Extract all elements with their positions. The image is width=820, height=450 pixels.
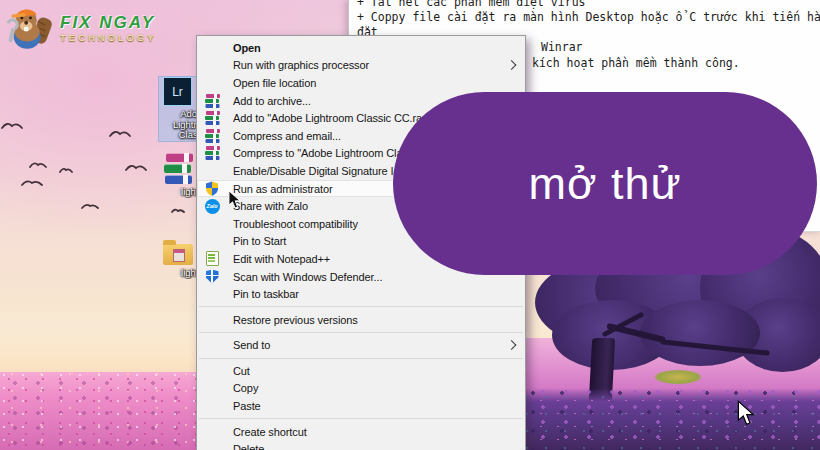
logo-title: FIX NGAY — [60, 14, 157, 31]
menu-item-label: Create shortcut — [233, 426, 307, 438]
document-line: Winrar — [541, 40, 583, 54]
menu-item-delete[interactable]: Delete — [197, 440, 525, 450]
annotation-badge-label: mở thử — [528, 158, 681, 210]
tree-canopy — [640, 300, 760, 366]
menu-item-label: Run as administrator — [233, 183, 333, 195]
menu-item-label: Delete — [233, 443, 264, 450]
winrar-icon — [205, 111, 219, 125]
fixngay-logo: FIX NGAY TECHNOLOGY — [5, 2, 157, 54]
logo-subtitle: TECHNOLOGY — [60, 33, 157, 43]
defender-icon — [206, 270, 219, 284]
document-line: + Coppy file cài đặt ra màn hình Desktop… — [357, 10, 820, 24]
winrar-icon — [205, 94, 219, 108]
menu-separator — [199, 358, 523, 359]
notepadpp-icon — [206, 251, 219, 266]
menu-item-label: Copy — [233, 382, 258, 394]
menu-item-label: Run with graphics processor — [233, 59, 369, 71]
uac-shield-icon — [205, 181, 219, 196]
menu-item-open-file-location[interactable]: Open file location — [197, 74, 525, 92]
menu-item-restore-previous-versions[interactable]: Restore previous versions — [197, 311, 525, 329]
menu-item-paste[interactable]: Paste — [197, 397, 525, 415]
menu-item-label: Scan with Windows Defender... — [233, 271, 382, 283]
submenu-arrow-icon — [507, 340, 517, 350]
menu-item-label: Add to "Adobe Lightroom Classic CC.rar" — [233, 112, 430, 124]
menu-item-label: Cut — [233, 365, 250, 377]
winrar-icon — [205, 129, 219, 143]
winrar-archive-icon — [164, 150, 191, 184]
menu-item-label: Paste — [233, 400, 261, 412]
menu-item-label: Share with Zalo — [233, 200, 308, 212]
menu-item-create-shortcut[interactable]: Create shortcut — [197, 423, 525, 441]
annotation-badge: mở thử — [393, 92, 817, 275]
menu-separator — [199, 306, 523, 307]
menu-item-run-with-graphics-processor[interactable]: Run with graphics processor — [197, 57, 525, 75]
menu-item-send-to[interactable]: Send to — [197, 337, 525, 355]
menu-item-label: Compress and email... — [233, 130, 341, 142]
menu-item-open[interactable]: Open — [197, 39, 525, 57]
menu-item-label: Enable/Disable Digital Signature Icons — [233, 165, 416, 177]
mouse-cursor-icon — [737, 400, 756, 427]
menu-item-label: Edit with Notepad++ — [233, 253, 330, 265]
menu-item-copy[interactable]: Copy — [197, 380, 525, 398]
menu-item-label: Open — [233, 42, 261, 54]
menu-item-label: Open file location — [233, 77, 316, 89]
lightroom-app-icon: Lr — [163, 77, 192, 106]
menu-item-label: Pin to Start — [233, 235, 286, 247]
beaver-mascot-icon — [5, 2, 57, 54]
menu-item-label: Send to — [233, 339, 270, 351]
menu-item-label: Pin to taskbar — [233, 288, 299, 300]
document-line: + Tắt hết các phần mềm diệt virus — [357, 0, 585, 9]
menu-item-label: Troubleshoot compatibility — [233, 218, 358, 230]
desktop-screen: FIX NGAY TECHNOLOGY LrAdobe Lightroom Cl… — [0, 0, 820, 450]
menu-item-label: Restore previous versions — [233, 314, 358, 326]
zalo-icon: Zalo — [205, 199, 220, 214]
menu-item-pin-to-taskbar[interactable]: Pin to taskbar — [197, 285, 525, 303]
menu-item-cut[interactable]: Cut — [197, 362, 525, 380]
submenu-arrow-icon — [507, 60, 517, 70]
document-line: kích hoạt phần mềm thành công. — [532, 56, 740, 70]
winrar-icon — [205, 146, 219, 160]
menu-separator — [199, 418, 523, 419]
wallpaper-flowers-foreground — [515, 388, 820, 450]
mouse-cursor-icon — [228, 190, 242, 210]
wallpaper-grass-patch — [655, 370, 701, 384]
setup-folder-icon — [163, 244, 193, 265]
menu-separator — [199, 332, 523, 333]
menu-item-label: Add to archive... — [233, 95, 311, 107]
